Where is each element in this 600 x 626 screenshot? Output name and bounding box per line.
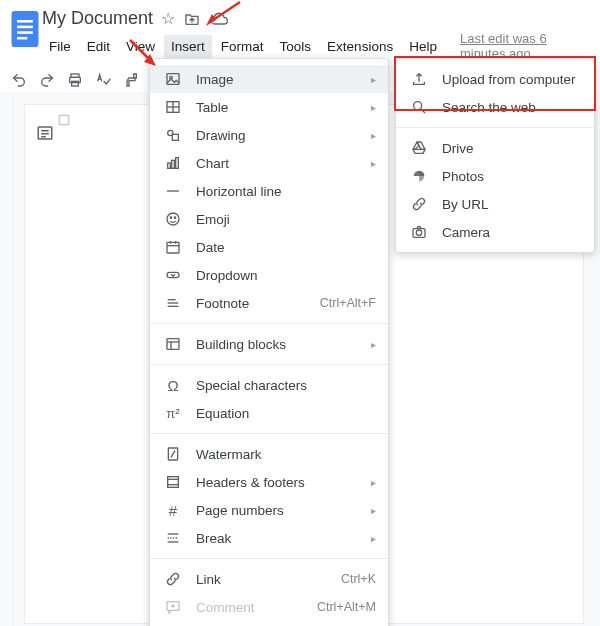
shortcut-hint: Ctrl+K: [341, 572, 376, 586]
search-the-web-item[interactable]: Search the web: [396, 93, 594, 121]
chevron-right-icon: ▸: [371, 74, 376, 85]
image-icon: [164, 70, 182, 88]
insert-special-characters-item[interactable]: Ω Special characters: [150, 371, 388, 399]
svg-rect-2: [17, 26, 33, 29]
menu-label: Break: [196, 531, 363, 546]
menu-label: Drawing: [196, 128, 363, 143]
page-margin-icon: [55, 111, 73, 129]
menu-label: By URL: [442, 197, 582, 212]
headers-footers-icon: [164, 473, 182, 491]
menu-separator: [150, 364, 388, 365]
insert-link-item[interactable]: Link Ctrl+K: [150, 565, 388, 593]
menu-label: Camera: [442, 225, 582, 240]
link-icon: [410, 195, 428, 213]
svg-rect-35: [167, 339, 179, 350]
menu-label: Watermark: [196, 447, 376, 462]
redo-button[interactable]: [34, 67, 60, 93]
menu-separator: [396, 127, 594, 128]
upload-icon: [410, 70, 428, 88]
menu-help[interactable]: Help: [402, 35, 444, 58]
svg-point-55: [416, 230, 421, 235]
menu-label: Search the web: [442, 100, 582, 115]
menu-file[interactable]: File: [42, 35, 78, 58]
drive-item[interactable]: Drive: [396, 134, 594, 162]
page-numbers-icon: #: [164, 501, 182, 519]
insert-drawing-item[interactable]: Drawing ▸: [150, 121, 388, 149]
svg-rect-4: [17, 37, 27, 40]
break-icon: [164, 529, 182, 547]
chevron-right-icon: ▸: [371, 158, 376, 169]
insert-building-blocks-item[interactable]: Building blocks ▸: [150, 330, 388, 358]
camera-item[interactable]: Camera: [396, 218, 594, 246]
date-icon: [164, 238, 182, 256]
menu-label: Chart: [196, 156, 363, 171]
upload-from-computer-item[interactable]: Upload from computer: [396, 65, 594, 93]
menu-label: Dropdown: [196, 268, 376, 283]
svg-point-24: [167, 213, 179, 225]
last-edit-link[interactable]: Last edit was 6 minutes ago: [460, 31, 592, 61]
insert-watermark-item[interactable]: Watermark: [150, 440, 388, 468]
building-blocks-icon: [164, 335, 182, 353]
outline-toggle-icon[interactable]: [33, 121, 57, 145]
menu-label: Horizontal line: [196, 184, 376, 199]
insert-page-numbers-item[interactable]: # Page numbers ▸: [150, 496, 388, 524]
svg-rect-27: [167, 242, 179, 253]
menu-edit[interactable]: Edit: [80, 35, 117, 58]
cloud-status-icon[interactable]: [209, 11, 229, 27]
svg-line-53: [421, 109, 425, 113]
chevron-right-icon: ▸: [371, 339, 376, 350]
insert-headers-footers-item[interactable]: Headers & footers ▸: [150, 468, 388, 496]
vertical-ruler: [0, 92, 14, 626]
menu-label: Drive: [442, 141, 582, 156]
emoji-icon: [164, 210, 182, 228]
chevron-right-icon: ▸: [371, 477, 376, 488]
star-icon[interactable]: ☆: [161, 9, 175, 28]
menu-separator: [150, 558, 388, 559]
insert-emoji-item[interactable]: Emoji: [150, 205, 388, 233]
insert-footnote-item[interactable]: Footnote Ctrl+Alt+F: [150, 289, 388, 317]
menu-label: Emoji: [196, 212, 376, 227]
spellcheck-button[interactable]: [90, 67, 116, 93]
doc-title[interactable]: My Document: [42, 8, 153, 29]
photos-icon: [410, 167, 428, 185]
shortcut-hint: Ctrl+Alt+F: [320, 296, 376, 310]
footnote-icon: [164, 294, 182, 312]
paint-format-button[interactable]: [118, 67, 144, 93]
insert-table-item[interactable]: Table ▸: [150, 93, 388, 121]
print-button[interactable]: [62, 67, 88, 93]
chevron-right-icon: ▸: [371, 505, 376, 516]
insert-date-item[interactable]: Date: [150, 233, 388, 261]
insert-dropdown-item[interactable]: Dropdown: [150, 261, 388, 289]
chevron-right-icon: ▸: [371, 102, 376, 113]
table-icon: [164, 98, 182, 116]
menu-view[interactable]: View: [119, 35, 162, 58]
chevron-right-icon: ▸: [371, 130, 376, 141]
menu-label: Special characters: [196, 378, 376, 393]
svg-rect-1: [17, 20, 33, 23]
menubar: File Edit View Insert Format Tools Exten…: [42, 29, 592, 61]
svg-rect-0: [12, 11, 39, 47]
undo-button[interactable]: [6, 67, 32, 93]
menu-separator: [150, 323, 388, 324]
insert-break-item[interactable]: Break ▸: [150, 524, 388, 552]
menu-label: Equation: [196, 406, 376, 421]
menu-label: Footnote: [196, 296, 320, 311]
by-url-item[interactable]: By URL: [396, 190, 594, 218]
comment-icon: [164, 598, 182, 616]
move-icon[interactable]: [183, 11, 201, 27]
menu-format[interactable]: Format: [214, 35, 271, 58]
photos-item[interactable]: Photos: [396, 162, 594, 190]
menu-label: Headers & footers: [196, 475, 363, 490]
svg-point-52: [414, 102, 422, 110]
docs-logo-icon[interactable]: [8, 6, 42, 52]
menu-tools[interactable]: Tools: [273, 35, 319, 58]
menu-separator: [150, 433, 388, 434]
insert-image-item[interactable]: Image ▸: [150, 65, 388, 93]
menu-insert[interactable]: Insert: [164, 35, 212, 58]
insert-horizontal-line-item[interactable]: Horizontal line: [150, 177, 388, 205]
insert-equation-item[interactable]: π² Equation: [150, 399, 388, 427]
insert-chart-item[interactable]: Chart ▸: [150, 149, 388, 177]
menu-label: Table: [196, 100, 363, 115]
menu-label: Comment: [196, 600, 317, 615]
menu-extensions[interactable]: Extensions: [320, 35, 400, 58]
